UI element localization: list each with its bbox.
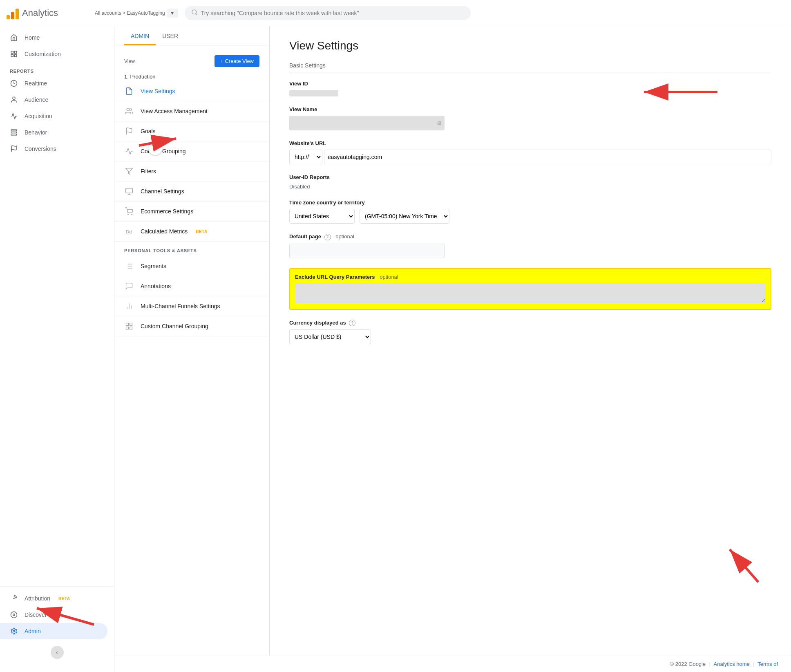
- svg-rect-8: [11, 132, 17, 133]
- sidebar-item-admin[interactable]: Admin: [0, 623, 107, 639]
- sidebar-item-conversions[interactable]: Conversions: [0, 141, 107, 157]
- tab-admin[interactable]: ADMIN: [124, 26, 156, 45]
- account-path: All accounts > EasyAutoTagging ▼: [95, 9, 178, 18]
- annotations-icon: [124, 281, 134, 291]
- logo-bar-3: [16, 9, 19, 19]
- timezone-value-select[interactable]: (GMT-05:00) New York Time: [360, 209, 449, 224]
- sidebar-item-audience[interactable]: Audience: [0, 92, 107, 108]
- settings-panel: View Settings Basic Settings View ID Vie…: [270, 26, 791, 672]
- currency-help-icon[interactable]: ?: [349, 320, 355, 326]
- back-button[interactable]: ←: [148, 141, 163, 155]
- view-name-input[interactable]: [289, 116, 445, 130]
- default-page-input[interactable]: [289, 244, 445, 258]
- analytics-logo: [7, 7, 19, 19]
- sidebar-spacer: [0, 157, 114, 587]
- sidebar-item-label-home: Home: [25, 34, 40, 41]
- terms-link[interactable]: Terms of: [757, 661, 778, 667]
- svg-point-21: [128, 214, 129, 215]
- svg-rect-36: [126, 327, 129, 329]
- view-id-field: View ID: [289, 81, 771, 96]
- menu-item-channel-settings[interactable]: Channel Settings: [114, 181, 269, 202]
- svg-marker-17: [126, 168, 133, 175]
- menu-item-label-goals: Goals: [141, 128, 156, 134]
- svg-rect-3: [11, 55, 13, 57]
- timezone-row: United States (GMT-05:00) New York Time: [289, 209, 771, 224]
- currency-label: Currency displayed as ?: [289, 320, 771, 327]
- svg-point-0: [192, 10, 197, 14]
- menu-item-view-settings[interactable]: View Settings: [114, 81, 269, 101]
- menu-item-multi-channel-funnels[interactable]: Multi-Channel Funnels Settings: [114, 296, 269, 316]
- sidebar-item-home[interactable]: Home: [0, 29, 107, 46]
- exclude-url-optional: optional: [380, 274, 398, 280]
- svg-rect-35: [130, 327, 132, 329]
- acquisition-icon: [10, 112, 18, 120]
- menu-item-ecommerce-settings[interactable]: Ecommerce Settings: [114, 202, 269, 222]
- svg-rect-9: [11, 134, 17, 135]
- website-url-input[interactable]: [324, 150, 771, 164]
- sidebar-item-realtime[interactable]: Realtime: [0, 75, 107, 92]
- menu-item-goals[interactable]: Goals: [114, 121, 269, 141]
- admin-panel: ADMIN USER View + Create View 1. Product…: [114, 26, 270, 672]
- sidebar-item-attribution[interactable]: Attribution BETA: [0, 590, 107, 607]
- content-grouping-icon: [124, 146, 134, 156]
- currency-select[interactable]: US Dollar (USD $): [289, 329, 371, 344]
- website-url-field: Website's URL http:// https://: [289, 140, 771, 164]
- reports-section-label: REPORTS: [0, 62, 114, 75]
- menu-item-label-channel-settings: Channel Settings: [141, 188, 184, 195]
- svg-point-11: [13, 598, 14, 599]
- app-title: Analytics: [22, 8, 58, 18]
- sidebar-collapse-button[interactable]: ‹: [51, 646, 64, 659]
- svg-point-13: [13, 614, 15, 616]
- view-name-label: View Name: [289, 106, 771, 112]
- footer-copyright: © 2022 Google: [670, 661, 706, 667]
- sidebar-item-customization[interactable]: Customization: [0, 46, 107, 62]
- analytics-home-link[interactable]: Analytics home: [714, 661, 750, 667]
- sidebar-item-label-realtime: Realtime: [25, 80, 47, 87]
- menu-item-calculated-metrics[interactable]: Dd Calculated Metrics BETA: [114, 222, 269, 242]
- menu-item-custom-channel-grouping[interactable]: Custom Channel Grouping: [114, 316, 269, 336]
- account-dropdown[interactable]: ▼: [167, 9, 178, 18]
- sidebar-item-label-audience: Audience: [25, 96, 48, 103]
- back-icon: ←: [152, 144, 159, 152]
- sidebar: Home Customization REPORTS Realtime Audi…: [0, 26, 114, 672]
- view-access-icon: [124, 106, 134, 116]
- calculated-metrics-icon: Dd: [124, 226, 134, 236]
- menu-item-segments[interactable]: Segments: [114, 256, 269, 276]
- svg-point-22: [132, 214, 132, 215]
- admin-content: View + Create View 1. Production View Se…: [114, 45, 269, 343]
- default-page-help-icon[interactable]: ?: [324, 234, 331, 240]
- tab-user[interactable]: USER: [156, 26, 185, 45]
- user-id-reports-value: Disabled: [289, 184, 771, 190]
- segments-icon: [124, 261, 134, 271]
- view-id-label: View ID: [289, 81, 771, 87]
- menu-item-content-grouping[interactable]: Content Grouping: [114, 141, 269, 161]
- svg-point-15: [127, 108, 130, 111]
- default-page-optional: optional: [335, 233, 354, 240]
- sidebar-item-label-conversions: Conversions: [25, 146, 56, 152]
- menu-item-annotations[interactable]: Annotations: [114, 276, 269, 296]
- menu-item-view-access-management[interactable]: View Access Management: [114, 101, 269, 121]
- menu-item-label-view-access: View Access Management: [141, 108, 208, 114]
- main-layout: Home Customization REPORTS Realtime Audi…: [0, 26, 791, 672]
- sidebar-item-behavior[interactable]: Behavior: [0, 124, 107, 141]
- search-bar[interactable]: [185, 6, 471, 20]
- menu-item-label-funnels: Multi-Channel Funnels Settings: [141, 303, 220, 309]
- sidebar-item-label-admin: Admin: [25, 628, 41, 634]
- create-view-button[interactable]: + Create View: [215, 55, 259, 67]
- sidebar-item-acquisition[interactable]: Acquisition: [0, 108, 107, 124]
- menu-item-filters[interactable]: Filters: [114, 161, 269, 181]
- menu-item-label-annotations: Annotations: [141, 283, 171, 289]
- sidebar-item-discover[interactable]: Discover: [0, 607, 107, 623]
- sidebar-item-label-discover: Discover: [25, 612, 47, 618]
- url-protocol-select[interactable]: http:// https://: [289, 150, 322, 164]
- channel-settings-icon: [124, 186, 134, 196]
- svg-point-14: [13, 630, 15, 632]
- behavior-icon: [10, 128, 18, 137]
- account-path-text: All accounts > EasyAutoTagging: [95, 10, 165, 16]
- exclude-url-input[interactable]: [295, 283, 766, 303]
- search-input[interactable]: [201, 10, 464, 16]
- ecommerce-icon: [124, 206, 134, 216]
- discover-icon: [10, 611, 18, 619]
- timezone-country-select[interactable]: United States: [289, 209, 355, 224]
- search-icon: [191, 9, 198, 17]
